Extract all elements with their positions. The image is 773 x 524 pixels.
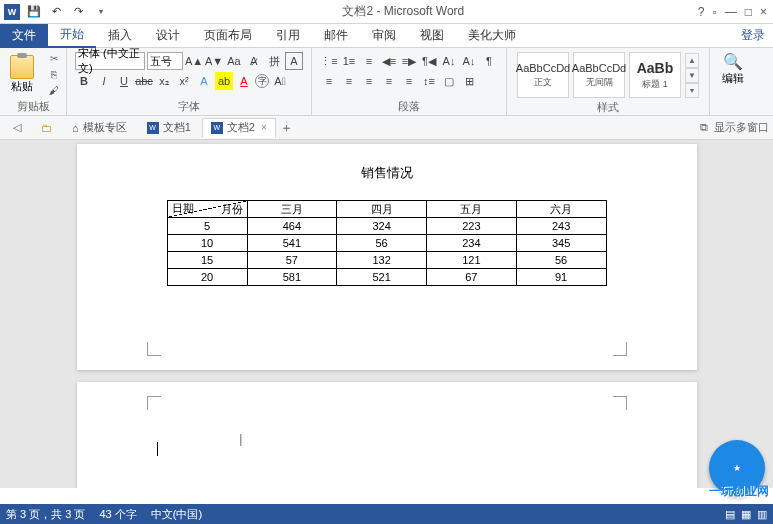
grow-font-icon[interactable]: A▲ (185, 52, 203, 70)
style-no-spacing[interactable]: AaBbCcDd 无间隔 (573, 52, 625, 98)
font-color-icon[interactable]: A (235, 72, 253, 90)
tab-doc1[interactable]: W文档1 (138, 118, 200, 138)
tab-design[interactable]: 设计 (144, 24, 192, 48)
template-icon: ⌂ (72, 122, 79, 134)
new-tab-button[interactable]: ＋ (278, 119, 296, 137)
paste-button[interactable]: 粘贴 (4, 53, 40, 96)
style-normal[interactable]: AaBbCcDd 正文 (517, 52, 569, 98)
language-indicator[interactable]: 中文(中国) (151, 507, 202, 522)
tab-file[interactable]: 文件 (0, 24, 48, 48)
read-mode-icon[interactable]: ▦ (741, 508, 751, 521)
tab-mail[interactable]: 邮件 (312, 24, 360, 48)
style-heading1[interactable]: AaBb 标题 1 (629, 52, 681, 98)
tab-home[interactable]: 开始 (48, 24, 96, 48)
style-preview: AaBbCcDd (516, 62, 570, 74)
login-link[interactable]: 登录 (741, 27, 773, 44)
cell: 121 (427, 252, 517, 269)
bold-button[interactable]: B (75, 72, 93, 90)
save-icon[interactable]: 💾 (26, 4, 42, 20)
superscript-button[interactable]: x² (175, 72, 193, 90)
rtl-icon[interactable]: A↓ (440, 52, 458, 70)
bullets-icon[interactable]: ⋮≡ (320, 52, 338, 70)
change-case-icon[interactable]: Aa (225, 52, 243, 70)
italic-button[interactable]: I (95, 72, 113, 90)
phonetic-icon[interactable]: 拼 (265, 52, 283, 70)
align-center-icon[interactable]: ≡ (340, 72, 358, 90)
highlight-icon[interactable]: ab (215, 72, 233, 90)
tab-references[interactable]: 引用 (264, 24, 312, 48)
close-icon[interactable]: × (760, 5, 767, 19)
nav-back-icon[interactable]: ◁ (4, 118, 30, 138)
enclose-char-icon[interactable]: A⃝ (271, 72, 289, 90)
table-row: 10 541 56 234 345 (167, 235, 606, 252)
styles-down-icon[interactable]: ▼ (685, 68, 699, 83)
tab-layout[interactable]: 页面布局 (192, 24, 264, 48)
title-bar: W 💾 ↶ ↷ ▼ 文档2 - Microsoft Word ? ▫ — □ × (0, 0, 773, 24)
style-name: 标题 1 (642, 78, 668, 91)
web-layout-icon[interactable]: ▥ (757, 508, 767, 521)
tab-insert[interactable]: 插入 (96, 24, 144, 48)
font-size-select[interactable]: 五号 (147, 52, 183, 70)
cell: 223 (427, 218, 517, 235)
align-distribute-icon[interactable]: ≡ (400, 72, 418, 90)
page-indicator[interactable]: 第 3 页，共 3 页 (6, 507, 85, 522)
table-row: 15 57 132 121 56 (167, 252, 606, 269)
word-doc-icon: W (147, 122, 159, 134)
ribbon-options-icon[interactable]: ▫ (712, 5, 716, 19)
editing-group-label (714, 99, 752, 113)
show-marks-icon[interactable]: ¶ (480, 52, 498, 70)
maximize-icon[interactable]: □ (745, 5, 752, 19)
cell: 91 (516, 269, 606, 286)
decrease-indent-icon[interactable]: ◀≡ (380, 52, 398, 70)
shading-icon[interactable]: ▢ (440, 72, 458, 90)
ltr-icon[interactable]: ¶◀ (420, 52, 438, 70)
copy-icon[interactable]: ⎘ (46, 68, 62, 82)
cell: 67 (427, 269, 517, 286)
sort-icon[interactable]: A↓ (460, 52, 478, 70)
font-name-select[interactable]: 宋体 (中文正文) (75, 52, 145, 70)
status-bar: 第 3 页，共 3 页 43 个字 中文(中国) ▤ ▦ ▥ (0, 504, 773, 524)
word-count[interactable]: 43 个字 (99, 507, 136, 522)
borders-icon[interactable]: ⊞ (460, 72, 478, 90)
qat-dropdown-icon[interactable]: ▼ (93, 4, 109, 20)
align-left-icon[interactable]: ≡ (320, 72, 338, 90)
redo-icon[interactable]: ↷ (70, 4, 86, 20)
clear-format-icon[interactable]: A̷ (245, 52, 263, 70)
styles-scroll: ▲ ▼ ▾ (685, 53, 699, 98)
find-icon[interactable]: 🔍 (723, 52, 743, 71)
strike-button[interactable]: abc (135, 72, 153, 90)
increase-indent-icon[interactable]: ≡▶ (400, 52, 418, 70)
styles-up-icon[interactable]: ▲ (685, 53, 699, 68)
tab-beauty[interactable]: 美化大师 (456, 24, 528, 48)
multi-window-icon[interactable]: ⧉ (700, 121, 708, 134)
cell: 243 (516, 218, 606, 235)
minimize-icon[interactable]: — (725, 5, 737, 19)
multi-window-label[interactable]: 显示多窗口 (714, 120, 769, 135)
cell: 234 (427, 235, 517, 252)
help-icon[interactable]: ? (698, 5, 705, 19)
subscript-button[interactable]: x₂ (155, 72, 173, 90)
undo-icon[interactable]: ↶ (48, 4, 64, 20)
cut-icon[interactable]: ✂ (46, 52, 62, 66)
line-spacing-icon[interactable]: ↕≡ (420, 72, 438, 90)
align-justify-icon[interactable]: ≡ (380, 72, 398, 90)
shrink-font-icon[interactable]: A▼ (205, 52, 223, 70)
group-styles: AaBbCcDd 正文 AaBbCcDd 无间隔 AaBb 标题 1 ▲ ▼ ▾… (507, 48, 710, 115)
char-border-icon[interactable]: A (285, 52, 303, 70)
document-workspace[interactable]: 销售情况 日期 月份 三月 四月 五月 六月 5 464 324 223 243… (0, 140, 773, 488)
close-tab-icon[interactable]: × (261, 122, 267, 133)
print-layout-icon[interactable]: ▤ (725, 508, 735, 521)
tab-view[interactable]: 视图 (408, 24, 456, 48)
underline-button[interactable]: U (115, 72, 133, 90)
numbering-icon[interactable]: 1≡ (340, 52, 358, 70)
text-effects-icon[interactable]: A (195, 72, 213, 90)
nav-folder-icon[interactable]: 🗀 (32, 118, 61, 138)
align-right-icon[interactable]: ≡ (360, 72, 378, 90)
tab-templates[interactable]: ⌂模板专区 (63, 118, 136, 138)
styles-more-icon[interactable]: ▾ (685, 83, 699, 98)
format-painter-icon[interactable]: 🖌 (46, 84, 62, 98)
tab-doc2[interactable]: W文档2× (202, 118, 276, 138)
char-shading-icon[interactable]: 字 (255, 74, 269, 88)
tab-review[interactable]: 审阅 (360, 24, 408, 48)
multilevel-icon[interactable]: ≡ (360, 52, 378, 70)
